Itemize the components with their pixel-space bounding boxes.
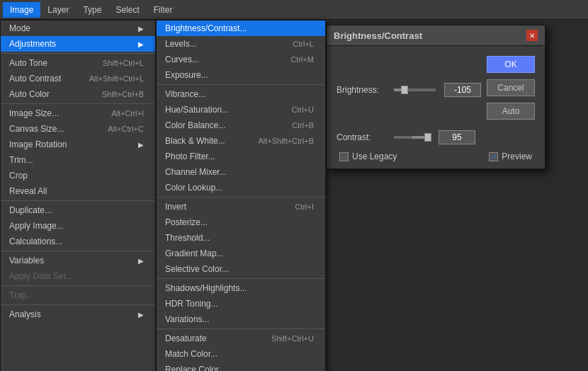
auto-button[interactable]: Auto <box>487 103 535 120</box>
submenu-item-gradient-map[interactable]: Gradient Map... <box>157 246 325 261</box>
menu-item-adjustments[interactable]: Adjustments ▶ <box>1 36 155 52</box>
checkbox-row: Use Legacy Preview <box>337 152 535 161</box>
menu-item-apply-data-set: Apply Data Set... <box>1 268 155 284</box>
menu-item-auto-contrast[interactable]: Auto Contrast Alt+Shift+Ctrl+L <box>1 71 155 86</box>
adjustments-submenu: Brightness/Contrast... Levels... Ctrl+L … <box>156 20 326 371</box>
brightness-input[interactable] <box>444 83 481 97</box>
menu-item-analysis[interactable]: Analysis ▶ <box>1 307 155 322</box>
contrast-input[interactable] <box>439 130 475 144</box>
separator <box>1 103 155 104</box>
brightness-row: Brightness: OK Cancel Auto <box>337 56 535 123</box>
submenu-item-levels[interactable]: Levels... Ctrl+L <box>157 36 325 52</box>
brightness-label: Brightness: <box>337 85 390 95</box>
arrow-icon-variables: ▶ <box>138 257 144 265</box>
submenu-item-shadows-highlights[interactable]: Shadows/Highlights... <box>157 280 325 296</box>
dialog-body: Brightness: OK Cancel Auto Contrast: <box>327 46 545 169</box>
separator <box>1 251 155 251</box>
submenu-item-brightness-contrast[interactable]: Brightness/Contrast... <box>157 21 325 36</box>
arrow-icon-analysis: ▶ <box>138 311 144 319</box>
preview-checkbox-label[interactable]: Preview <box>489 152 532 161</box>
submenu-item-black-white[interactable]: Black & White... Alt+Shift+Ctrl+B <box>157 133 325 149</box>
separator <box>157 197 325 198</box>
submenu-item-color-balance[interactable]: Color Balance... Ctrl+B <box>157 118 325 133</box>
submenu-item-match-color[interactable]: Match Color... <box>157 346 325 362</box>
menu-item-crop[interactable]: Crop <box>1 168 155 183</box>
cancel-button[interactable]: Cancel <box>487 79 535 96</box>
submenu-item-vibrance[interactable]: Vibrance... <box>157 86 325 102</box>
separator <box>157 329 325 329</box>
submenu-item-desaturate[interactable]: Desaturate Shift+Ctrl+U <box>157 331 325 346</box>
menu-item-mode[interactable]: Mode ▶ <box>1 21 155 36</box>
arrow-icon-rotation: ▶ <box>138 141 144 149</box>
submenu-item-color-lookup[interactable]: Color Lookup... <box>157 180 325 195</box>
menu-item-reveal-all[interactable]: Reveal All <box>1 183 155 199</box>
brightness-contrast-dialog: Brightness/Contrast ✕ Brightness: OK Can… <box>326 25 545 169</box>
menu-item-apply-image[interactable]: Apply Image... <box>1 218 155 234</box>
arrow-icon-adjustments: ▶ <box>138 40 144 48</box>
menu-layer[interactable]: Layer <box>40 2 76 18</box>
image-dropdown: Mode ▶ Adjustments ▶ Auto Tone Shift+Ctr… <box>0 20 326 371</box>
ok-button[interactable]: OK <box>487 56 535 73</box>
menu-item-canvas-size[interactable]: Canvas Size... Alt+Ctrl+C <box>1 121 155 137</box>
menu-item-image-size[interactable]: Image Size... Alt+Ctrl+I <box>1 105 155 121</box>
menu-item-image-rotation[interactable]: Image Rotation ▶ <box>1 137 155 152</box>
submenu-item-hue-saturation[interactable]: Hue/Saturation... Ctrl+U <box>157 102 325 118</box>
submenu-item-variations[interactable]: Variations... <box>157 312 325 327</box>
contrast-row: Contrast: <box>337 130 535 144</box>
preview-checkbox[interactable] <box>489 152 498 161</box>
menu-item-auto-tone[interactable]: Auto Tone Shift+Ctrl+L <box>1 55 155 71</box>
submenu-item-posterize[interactable]: Posterize... <box>157 215 325 230</box>
separator <box>157 278 325 279</box>
submenu-item-curves[interactable]: Curves... Ctrl+M <box>157 52 325 67</box>
menu-item-trim[interactable]: Trim... <box>1 152 155 168</box>
submenu-item-replace-color[interactable]: Replace Color... <box>157 362 325 371</box>
brightness-slider-thumb[interactable] <box>401 86 408 94</box>
contrast-slider-track <box>394 136 430 139</box>
dialog-close-button[interactable]: ✕ <box>526 30 538 41</box>
menu-item-duplicate[interactable]: Duplicate... <box>1 202 155 218</box>
submenu-item-selective-color[interactable]: Selective Color... <box>157 261 325 277</box>
contrast-label: Contrast: <box>337 132 390 142</box>
arrow-icon: ▶ <box>138 25 144 33</box>
separator <box>1 53 155 54</box>
contrast-slider-thumb[interactable] <box>424 133 431 142</box>
dialog-titlebar: Brightness/Contrast ✕ <box>327 25 545 46</box>
use-legacy-checkbox[interactable] <box>339 152 349 161</box>
separator <box>1 200 155 201</box>
dialog-buttons: OK Cancel Auto <box>487 56 535 123</box>
separator <box>1 304 155 305</box>
submenu-item-channel-mixer[interactable]: Channel Mixer... <box>157 164 325 180</box>
submenu-item-exposure[interactable]: Exposure... <box>157 67 325 83</box>
menu-image[interactable]: Image <box>3 2 40 18</box>
submenu-item-photo-filter[interactable]: Photo Filter... <box>157 149 325 164</box>
menu-item-variables[interactable]: Variables ▶ <box>1 253 155 268</box>
menu-filter[interactable]: Filter <box>147 2 180 18</box>
menu-type[interactable]: Type <box>76 2 108 18</box>
use-legacy-checkbox-label[interactable]: Use Legacy <box>339 152 397 161</box>
image-menu: Mode ▶ Adjustments ▶ Auto Tone Shift+Ctr… <box>0 20 156 371</box>
dialog-title: Brightness/Contrast <box>334 30 422 41</box>
menu-select[interactable]: Select <box>108 2 146 18</box>
separator <box>1 285 155 286</box>
menu-item-auto-color[interactable]: Auto Color Shift+Ctrl+B <box>1 86 155 102</box>
separator <box>157 84 325 85</box>
submenu-item-invert[interactable]: Invert Ctrl+I <box>157 199 325 215</box>
brightness-slider-track <box>394 89 436 91</box>
submenu-item-hdr-toning[interactable]: HDR Toning... <box>157 296 325 312</box>
menu-bar: Image Layer Type Select Filter <box>0 0 588 20</box>
submenu-item-threshold[interactable]: Threshold... <box>157 230 325 246</box>
menu-item-trap: Trap... <box>1 287 155 303</box>
menu-item-calculations[interactable]: Calculations... <box>1 234 155 249</box>
